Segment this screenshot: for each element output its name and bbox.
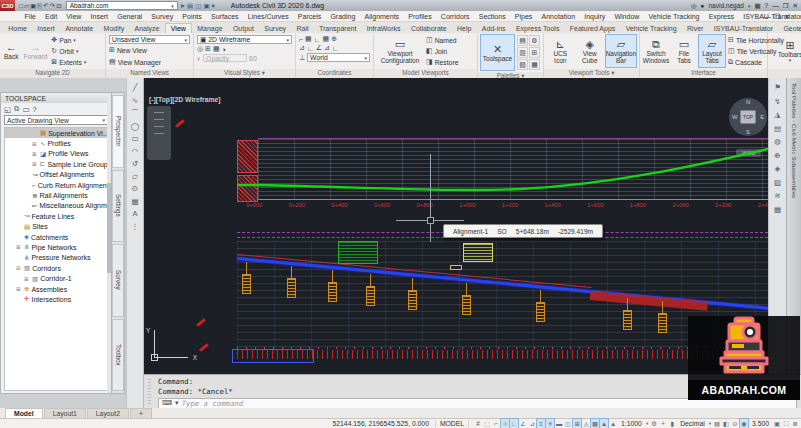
infocenter-icon[interactable]: ▾ — [212, 2, 215, 10]
menu-item[interactable]: Grading — [326, 13, 360, 20]
viewport-tool-toggle[interactable]: ⊾UCS Icon — [547, 35, 574, 67]
tree-expand-icon[interactable]: ⊞ — [16, 286, 22, 292]
opacity-field[interactable]: Opacity — [203, 54, 247, 62]
panel-label[interactable]: Visual Styles ▾ — [194, 69, 295, 78]
viewport-tool-toggle[interactable]: ▱Navigation Bar — [606, 35, 636, 67]
toolspace-tab[interactable]: Settings — [112, 170, 124, 243]
drawing-window-control[interactable]: — — [761, 13, 772, 20]
annotation-scale[interactable]: 1:1000 — [619, 420, 644, 427]
menu-item[interactable]: Points — [178, 13, 207, 20]
quick-access-icon[interactable]: □ — [19, 2, 23, 10]
infocenter-icon[interactable]: ➤ — [180, 2, 185, 10]
window-control-button[interactable]: — — [772, 2, 779, 10]
quick-access-icon[interactable]: ⎘ — [37, 2, 42, 10]
tree-item[interactable]: ▦ Superelevation Vi... — [5, 128, 107, 138]
tree-expand-icon[interactable]: ⊞ — [24, 276, 30, 282]
panel-label[interactable]: Coordinates — [296, 69, 373, 78]
ortho-mode-icon[interactable]: ∟ — [510, 419, 518, 428]
ribbon-tab[interactable]: Featured Apps — [565, 24, 621, 33]
named-views-button[interactable]: ⊞New View — [109, 46, 190, 54]
draw-tool-icon[interactable]: ◠ — [132, 147, 139, 156]
menu-item[interactable]: Pipes — [510, 13, 537, 20]
navigate-tool-button[interactable]: ✥Pan▾ — [51, 36, 86, 44]
palette-tool-icon[interactable]: ▥ — [517, 47, 528, 58]
right-tool-icon[interactable]: ▦ — [774, 205, 781, 214]
tree-expand-icon[interactable]: ⊞ — [16, 244, 22, 250]
help-button[interactable]: ? — [765, 2, 769, 9]
ucs-tool-icon[interactable]: ⊿ — [324, 44, 330, 52]
station-marker[interactable] — [658, 301, 668, 333]
workspace-icon[interactable]: + — [659, 419, 667, 428]
draw-tool-icon[interactable]: A — [132, 209, 137, 218]
tree-item[interactable]: ⊞ ◪ Profile Views — [5, 149, 107, 159]
quick-access-icon[interactable]: ▣ — [30, 2, 36, 10]
visual-style-tool-icon[interactable]: ◑ — [222, 46, 226, 53]
tree-item[interactable]: ⊞ ⊕ Assemblies — [5, 284, 107, 294]
annotation-visibility-icon[interactable]: ▲ — [600, 419, 608, 428]
panel-label[interactable]: Navigate 2D — [0, 69, 105, 78]
right-tool-icon[interactable]: ⚑ — [774, 83, 781, 92]
interface-toggle[interactable]: ▭File Tabs — [671, 35, 697, 67]
units-display[interactable]: Decimal — [678, 420, 707, 427]
station-marker[interactable] — [536, 290, 546, 322]
layout-tab[interactable]: + — [130, 408, 152, 418]
navigation-bar-ghost[interactable] — [147, 106, 171, 160]
right-tool-icon[interactable]: ⊕ — [774, 151, 780, 160]
tree-item[interactable]: ⊞ ▥ Corridor-1 — [5, 273, 107, 283]
tree-item[interactable]: ⊞ ⋔ Pipe Networks — [5, 242, 107, 252]
toolspace-button[interactable]: ✕Toolspace — [481, 35, 514, 70]
right-tool-icon[interactable]: ◮ — [775, 110, 781, 119]
ribbon-tab[interactable]: Rail — [291, 24, 313, 33]
object-snap-icon[interactable]: ≡ — [537, 419, 545, 428]
menu-item[interactable]: Profiles — [404, 13, 437, 20]
tree-expand-icon[interactable]: ⊞ — [32, 161, 38, 167]
ribbon-tab[interactable]: Analyze — [129, 24, 164, 33]
quick-access-icon[interactable]: ⊡ — [56, 2, 61, 10]
annotation-autoscale-icon[interactable]: ▲ — [609, 419, 617, 428]
palette-tool-icon[interactable]: ▦ — [529, 59, 540, 70]
navigate-tool-button[interactable]: ⊠Extents▾ — [51, 58, 86, 66]
dynamic-input-icon[interactable]: ⊹ — [501, 419, 509, 428]
app-store-icon[interactable]: ▦ — [754, 2, 760, 10]
station-marker[interactable] — [408, 278, 418, 310]
right-tool-icon[interactable]: ◍ — [774, 137, 781, 146]
view-cube[interactable]: N S W E TOP — [729, 98, 767, 136]
quick-access-icon[interactable]: ↶ — [43, 2, 48, 10]
ribbon-tab[interactable]: Vehicle Tracking — [621, 24, 682, 33]
toolspace-tab[interactable]: Toolbox — [112, 319, 124, 392]
station-marker[interactable] — [366, 274, 376, 306]
infocenter-search-input[interactable]: Abadrah.com ▾ — [66, 1, 178, 10]
viewcube-north[interactable]: N — [746, 99, 750, 105]
tree-item[interactable]: ✛ Intersections — [5, 294, 107, 304]
draw-tool-icon[interactable]: ⊙ — [132, 184, 138, 193]
menu-item[interactable]: Parcels — [293, 13, 326, 20]
ucs-tool-icon[interactable]: ∠ — [316, 44, 322, 52]
graphics-performance-icon[interactable]: ◉ — [740, 419, 748, 428]
draw-tool-icon[interactable]: ⋮ — [131, 222, 139, 231]
quick-access-icon[interactable]: ↷ — [50, 2, 55, 10]
menu-item[interactable]: Corridors — [436, 13, 474, 20]
visual-style-tool-icon[interactable]: ⊞ — [205, 45, 211, 53]
menu-item[interactable]: Sections — [474, 13, 510, 20]
command-prompt-icon[interactable]: ⌨ — [162, 399, 172, 407]
tree-item[interactable]: ≣ Rail Alignments — [5, 190, 107, 200]
right-tool-icon[interactable]: ▧ — [774, 178, 781, 187]
interface-toggle[interactable]: ⧉Switch Windows — [643, 35, 669, 67]
ribbon-tab[interactable]: Add-ins — [477, 24, 511, 33]
menu-item[interactable]: Inquiry — [580, 13, 610, 20]
drawing-canvas[interactable]: [-][Top][2D Wireframe] N S W E TOP WCS 0… — [144, 78, 768, 374]
ribbon-tab[interactable]: Home — [3, 24, 32, 33]
ribbon-tab[interactable]: Transparent — [314, 24, 362, 33]
right-tool-icon[interactable]: ≋ — [774, 191, 780, 200]
toolbars-button[interactable]: ⊞Toolbars▾ — [771, 35, 801, 67]
station-marker[interactable] — [328, 270, 338, 302]
snap-tracking-icon[interactable]: ✳ — [546, 419, 554, 428]
ribbon-tab[interactable]: Output — [228, 24, 259, 33]
ribbon-tab[interactable]: View — [165, 23, 192, 33]
layout-tab[interactable]: Model — [5, 408, 43, 418]
menu-item[interactable]: File — [20, 13, 40, 20]
palette-tool-icon[interactable]: ▤ — [517, 35, 528, 46]
quick-properties-icon[interactable]: ▤ — [713, 419, 721, 428]
drawing-window-control[interactable]: ❐ — [772, 13, 782, 21]
ucs-tool-icon[interactable]: ⊕ — [331, 35, 337, 43]
